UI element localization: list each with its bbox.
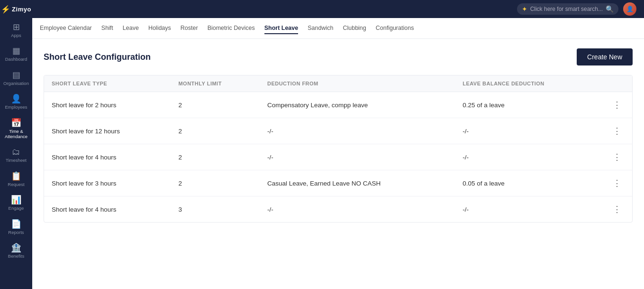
row-2-short-leave-type: Short leave for 4 hours [44, 144, 171, 170]
benefits-icon: 🏦 [11, 243, 21, 252]
sidebar-item-dashboard[interactable]: ▦ Dashboard [0, 42, 32, 65]
table-row: Short leave for 2 hours2Compensatory Lea… [44, 92, 632, 118]
row-0-monthly-limit: 2 [171, 92, 260, 118]
sidebar-label-benefits: Benefits [8, 253, 24, 259]
row-1-more-options-button[interactable]: ⋮ [610, 125, 625, 137]
col-header-short-leave-type: SHORT LEAVE TYPE [44, 75, 171, 92]
sidebar-item-time-attendance[interactable]: 📅 Time & Attendance [0, 114, 32, 143]
tab-employee-calendar[interactable]: Employee Calendar [40, 23, 92, 34]
create-new-button[interactable]: Create New [577, 48, 633, 65]
short-leave-table-wrapper: SHORT LEAVE TYPEMONTHLY LIMITDEDUCTION F… [44, 75, 633, 223]
row-3-deduction-from: Casual Leave, Earned Leave NO CASH [260, 170, 455, 196]
sidebar-label-request: Request [8, 182, 24, 187]
row-3-leave-balance-deduction: 0.05 of a leave [455, 170, 602, 196]
sidebar-item-organisation[interactable]: ▤ Organisation [0, 66, 32, 90]
sidebar-label-engage: Engage [9, 205, 24, 211]
sidebar-item-reports[interactable]: 📄 Reports [0, 215, 32, 239]
col-header-actions [602, 75, 632, 92]
row-4-leave-balance-deduction: -/- [455, 196, 602, 223]
table-row: Short leave for 3 hours2Casual Leave, Ea… [44, 170, 632, 196]
reports-icon: 📄 [11, 220, 21, 228]
dashboard-icon: ▦ [12, 47, 20, 55]
sidebar-item-benefits[interactable]: 🏦 Benefits [0, 239, 32, 262]
logo-icon: ⚡ [1, 5, 10, 14]
sidebar-item-employees[interactable]: 👤 Employees [0, 90, 32, 113]
row-2-leave-balance-deduction: -/- [455, 144, 602, 170]
content-area: Short Leave Configuration Create New SHO… [32, 39, 644, 289]
main-area: ✦ Click here for smart search... 🔍 👤 Emp… [32, 0, 644, 289]
row-2-more-options-button[interactable]: ⋮ [610, 151, 625, 163]
timesheet-icon: 🗂 [12, 148, 20, 156]
sidebar-label-apps: Apps [11, 33, 21, 38]
request-icon: 📋 [11, 172, 21, 180]
row-3-actions-cell: ⋮ [602, 170, 632, 196]
row-0-deduction-from: Compensatory Leave, compp leave [260, 92, 455, 118]
row-2-actions-cell: ⋮ [602, 144, 632, 170]
row-1-short-leave-type: Short leave for 12 hours [44, 118, 171, 144]
row-1-leave-balance-deduction: -/- [455, 118, 602, 144]
row-2-monthly-limit: 2 [171, 144, 260, 170]
table-row: Short leave for 4 hours2-/--/-⋮ [44, 144, 632, 170]
row-0-more-options-button[interactable]: ⋮ [610, 99, 625, 111]
row-1-actions-cell: ⋮ [602, 118, 632, 144]
time-attendance-icon: 📅 [11, 119, 21, 127]
tab-leave[interactable]: Leave [123, 23, 139, 34]
row-0-leave-balance-deduction: 0.25 of a leave [455, 92, 602, 118]
avatar[interactable]: 👤 [623, 2, 636, 16]
row-4-more-options-button[interactable]: ⋮ [610, 203, 625, 215]
row-1-monthly-limit: 2 [171, 118, 260, 144]
search-placeholder-text: Click here for smart search... [530, 6, 603, 12]
sidebar-label-reports: Reports [8, 230, 24, 235]
row-4-short-leave-type: Short leave for 4 hours [44, 196, 171, 223]
col-header-monthly-limit: MONTHLY LIMIT [171, 75, 260, 92]
table-row: Short leave for 4 hours3-/--/-⋮ [44, 196, 632, 223]
tab-roster[interactable]: Roster [181, 23, 198, 34]
sidebar-label-employees: Employees [5, 104, 27, 110]
logo-text: Zimyo [12, 6, 31, 13]
sidebar-item-engage[interactable]: 📊 Engage [0, 191, 32, 214]
sidebar-item-timesheet[interactable]: 🗂 Timesheet [0, 143, 32, 167]
search-icon: 🔍 [606, 5, 614, 13]
tab-sandwich[interactable]: Sandwich [308, 23, 333, 34]
tab-clubbing[interactable]: Clubbing [343, 23, 366, 34]
tab-holidays[interactable]: Holidays [148, 23, 171, 34]
row-2-deduction-from: -/- [260, 144, 455, 170]
row-0-actions-cell: ⋮ [602, 92, 632, 118]
col-header-leave-balance-deduction: LEAVE BALANCE DEDUCTION [455, 75, 602, 92]
row-3-short-leave-type: Short leave for 3 hours [44, 170, 171, 196]
sidebar-item-request[interactable]: 📋 Request [0, 167, 32, 191]
row-0-short-leave-type: Short leave for 2 hours [44, 92, 171, 118]
nav-tabs: Employee CalendarShiftLeaveHolidaysRoste… [32, 18, 644, 39]
row-4-deduction-from: -/- [260, 196, 455, 223]
row-3-monthly-limit: 2 [171, 170, 260, 196]
sidebar-label-organisation: Organisation [3, 81, 29, 86]
organisation-icon: ▤ [12, 71, 20, 79]
avatar-initials: 👤 [626, 6, 634, 12]
row-4-monthly-limit: 3 [171, 196, 260, 223]
tab-configurations[interactable]: Configurations [376, 23, 414, 34]
apps-icon: ⊞ [13, 23, 20, 31]
tab-short-leave[interactable]: Short Leave [264, 23, 299, 34]
sidebar-item-apps[interactable]: ⊞ Apps [0, 18, 32, 42]
page-title: Short Leave Configuration [44, 52, 151, 62]
tab-shift[interactable]: Shift [101, 23, 113, 34]
spark-icon: ✦ [522, 5, 527, 13]
topbar: ✦ Click here for smart search... 🔍 👤 [32, 0, 644, 18]
row-3-more-options-button[interactable]: ⋮ [610, 177, 625, 189]
engage-icon: 📊 [11, 196, 21, 204]
sidebar: ⚡ Zimyo ⊞ Apps ▦ Dashboard ▤ Organisatio… [0, 0, 32, 289]
table-row: Short leave for 12 hours2-/--/-⋮ [44, 118, 632, 144]
smart-search-bar[interactable]: ✦ Click here for smart search... 🔍 [517, 3, 618, 15]
sidebar-logo: ⚡ Zimyo [0, 0, 32, 18]
content-header: Short Leave Configuration Create New [44, 48, 633, 65]
sidebar-label-dashboard: Dashboard [5, 56, 27, 62]
row-4-actions-cell: ⋮ [602, 196, 632, 223]
row-1-deduction-from: -/- [260, 118, 455, 144]
sidebar-label-time-attendance: Time & Attendance [0, 129, 32, 140]
employees-icon: 👤 [11, 94, 21, 103]
tab-biometric-devices[interactable]: Biometric Devices [208, 23, 255, 34]
col-header-deduction-from: DEDUCTION FROM [260, 75, 455, 92]
sidebar-label-timesheet: Timesheet [6, 158, 27, 163]
short-leave-table: SHORT LEAVE TYPEMONTHLY LIMITDEDUCTION F… [44, 75, 632, 222]
